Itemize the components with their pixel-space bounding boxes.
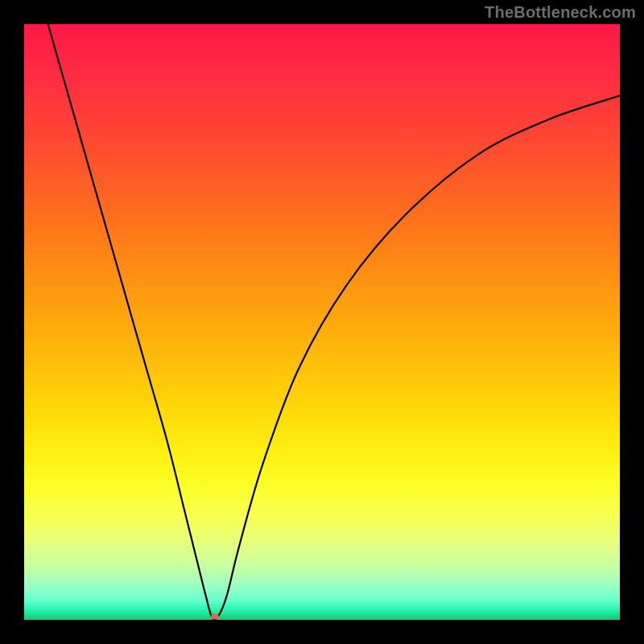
marker-dot — [211, 614, 219, 620]
curve-svg — [24, 24, 620, 620]
plot-area — [24, 24, 620, 620]
curve-path — [48, 24, 620, 620]
chart-frame: TheBottleneck.com — [0, 0, 644, 644]
watermark-text: TheBottleneck.com — [485, 3, 636, 22]
